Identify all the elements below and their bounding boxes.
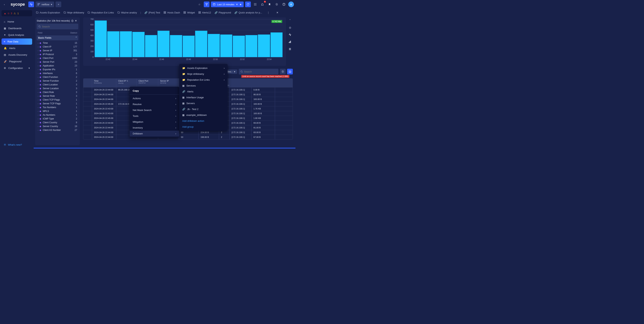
field-row[interactable]: ›◆Exporter IPs1 <box>37 68 78 71</box>
histogram-bar[interactable] <box>245 35 258 57</box>
sidebar-item-quick-analysis[interactable]: ✦Quick Analysis <box>2 32 32 38</box>
drilldown-item[interactable]: ▦Services <box>179 83 228 89</box>
stream-selector[interactable]: netflow ▾ <box>36 2 54 7</box>
field-row[interactable]: ›◆Client Port1000 <box>37 56 78 60</box>
settings-icon[interactable] <box>274 2 280 7</box>
table-search-input[interactable] <box>244 70 277 73</box>
stats-search[interactable] <box>37 24 78 29</box>
tab-folder[interactable]: Moje drilldowny <box>64 11 84 14</box>
back-button[interactable]: ‹ <box>2 2 7 7</box>
tab-folder[interactable]: Ważne analizy <box>118 11 137 14</box>
histogram-bar[interactable] <box>220 35 232 57</box>
histogram-bar[interactable] <box>132 32 144 57</box>
drilldown-item[interactable]: 🔗Jb - Test 2 <box>179 106 228 112</box>
pulse-tool-icon[interactable] <box>287 32 293 38</box>
tab-close-icon[interactable]: ✕ <box>275 10 280 15</box>
histogram-bar[interactable] <box>170 35 182 57</box>
star-fill-icon[interactable]: ★ <box>240 3 242 6</box>
refresh-button[interactable] <box>245 2 251 7</box>
sidebar-item-playground[interactable]: 🚀Playground <box>2 58 32 65</box>
drilldown-item[interactable]: ▦Servers <box>179 100 228 106</box>
field-row[interactable]: ›◆ICMP Type2 <box>37 117 78 121</box>
field-row[interactable]: ›◆Client IP177 <box>37 45 78 49</box>
clear-time-icon[interactable]: ✕ <box>236 3 238 6</box>
tab-view[interactable]: Widget <box>183 11 195 14</box>
time-range-selector[interactable]: Last 15 minutes ✕ ★ <box>211 2 244 7</box>
save-table-icon[interactable] <box>287 69 293 74</box>
drilldown-item[interactable]: ▦example_drilldown <box>179 112 228 118</box>
field-row[interactable]: ›◆Client Country9 <box>37 121 78 124</box>
sidebar-item-dashboards[interactable]: ▦Dashboards <box>2 25 32 32</box>
field-row[interactable]: ›◆Client Role3 <box>37 90 78 94</box>
histogram-bar[interactable] <box>182 36 195 57</box>
drilldown-item[interactable]: 🔗Alerts <box>179 89 228 94</box>
field-row[interactable]: ›◆Tos Numbers1 <box>37 105 78 109</box>
pulse-icon[interactable] <box>28 2 34 7</box>
ctx-item-inventory[interactable]: Inventory› <box>130 125 179 131</box>
field-row[interactable]: ›◆Client Location3 <box>37 83 78 87</box>
tab-view[interactable]: Hosts Dash <box>164 11 180 14</box>
histogram-chart[interactable]: 0100200300400500600700 <box>94 19 282 57</box>
sidebar-item-raw-data[interactable]: ≡Raw Data <box>2 39 32 45</box>
ctx-item-mitigation[interactable]: Mitigation› <box>130 119 179 125</box>
field-row[interactable]: ›◆Application23 <box>37 64 78 68</box>
tab-view[interactable]: 🔗Playground <box>214 11 231 14</box>
whats-new-link[interactable]: What's new? <box>4 143 22 146</box>
field-row[interactable]: ›◆Server TCP Flags1 <box>37 102 78 105</box>
add-drilldown-action-link[interactable]: Add drilldown action <box>179 118 228 124</box>
sidebar-item-alerts[interactable]: 🔔Alerts <box>2 45 32 51</box>
field-row[interactable]: ›◆Server Port23 <box>37 60 78 64</box>
help-icon[interactable] <box>281 2 287 7</box>
bar-chart-icon[interactable] <box>287 39 293 45</box>
field-row[interactable]: ›◆Server Role3 <box>37 94 78 98</box>
histogram-bar[interactable] <box>208 34 220 57</box>
field-row[interactable]: ›◆As Numbers1 <box>37 113 78 117</box>
histogram-bar[interactable] <box>107 31 119 57</box>
table-row[interactable]: 2024-04-26 22:44:0053198.00 B2[172.16.10… <box>83 135 292 139</box>
column-header[interactable]: Timetimestamp <box>92 79 116 87</box>
add-group-link[interactable]: Add group <box>179 124 228 130</box>
histogram-bar[interactable] <box>120 31 132 57</box>
column-header[interactable]: Client IP ⇅clientIp <box>116 79 137 87</box>
star-outline-icon[interactable]: ☆ <box>196 2 202 7</box>
drilldown-item[interactable]: ▦Interface Usage <box>179 94 228 100</box>
stats-section-basic[interactable]: Basic Fields ˄ <box>37 35 78 40</box>
sidebar-item-assets-discovery[interactable]: ▤Assets Discovery <box>2 52 32 58</box>
histogram-bar[interactable] <box>158 31 170 57</box>
tab-folder[interactable]: Reputation Ext Links <box>88 11 114 14</box>
histogram-bar[interactable] <box>233 36 245 57</box>
histogram-bar[interactable] <box>95 21 107 57</box>
drilldown-item[interactable]: 📁Moje drilldowny› <box>179 71 228 77</box>
field-row[interactable]: ›◆Client AS Number27 <box>37 128 78 132</box>
filter-icon[interactable] <box>204 2 210 7</box>
drilldown-item[interactable]: 📁Reputation Ext Links› <box>179 77 228 83</box>
apps-icon[interactable] <box>252 2 258 7</box>
list-icon[interactable] <box>287 46 293 52</box>
add-tab-button[interactable]: ＋ <box>56 2 61 7</box>
histogram-bar[interactable] <box>145 35 157 57</box>
sidebar-item-configuration[interactable]: ⚙Configuration▾ <box>2 65 32 71</box>
histogram-bar[interactable] <box>195 31 207 57</box>
tab-more-icon[interactable]: ⋮ <box>266 10 271 15</box>
tab-view[interactable]: 🔗[Piotr] Test <box>144 11 160 14</box>
column-header[interactable]: Server IPserverIp <box>158 79 179 87</box>
table-settings-icon[interactable] <box>280 69 286 74</box>
bookmark-icon[interactable] <box>267 2 272 7</box>
notifications-icon[interactable]: 5 <box>260 2 265 7</box>
tab-view[interactable]: Alerts12 <box>198 11 211 14</box>
field-row[interactable]: ›◆Client Function2 <box>37 75 78 79</box>
ctx-item-tools[interactable]: Tools› <box>130 113 179 119</box>
ctx-item-drilldown[interactable]: Drilldown› <box>130 131 179 136</box>
stats-settings-icon[interactable] <box>71 20 74 22</box>
ctx-item-resolve[interactable]: Resolve› <box>130 101 179 107</box>
alert-summary[interactable]: ▲ ⦸ 3 ⚠ 1 <box>2 10 32 16</box>
column-header[interactable]: Client PortclientPort <box>137 79 158 87</box>
field-row[interactable]: ›◆Server Country19 <box>37 124 78 128</box>
field-row[interactable]: ›◆Client TCP Flags1 <box>37 98 78 102</box>
drilldown-item[interactable]: 📁Assets Exploration› <box>179 65 228 71</box>
field-row[interactable]: ›◆IP Protocol3 <box>37 52 78 56</box>
ctx-item-actions[interactable]: Actions› <box>130 95 179 101</box>
field-row[interactable]: ›◆Interfaces6 <box>37 71 78 75</box>
stats-search-input[interactable] <box>42 25 77 28</box>
table-search[interactable] <box>239 69 278 74</box>
